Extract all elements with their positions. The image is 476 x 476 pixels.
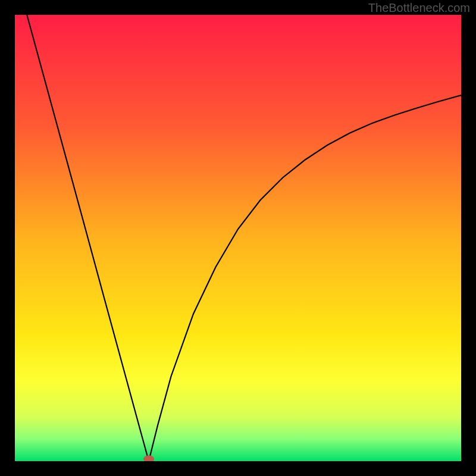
- bottleneck-chart: [15, 15, 461, 461]
- chart-container: TheBottleneck.com: [0, 0, 476, 476]
- watermark-text: TheBottleneck.com: [368, 1, 470, 15]
- gradient-background: [15, 15, 461, 461]
